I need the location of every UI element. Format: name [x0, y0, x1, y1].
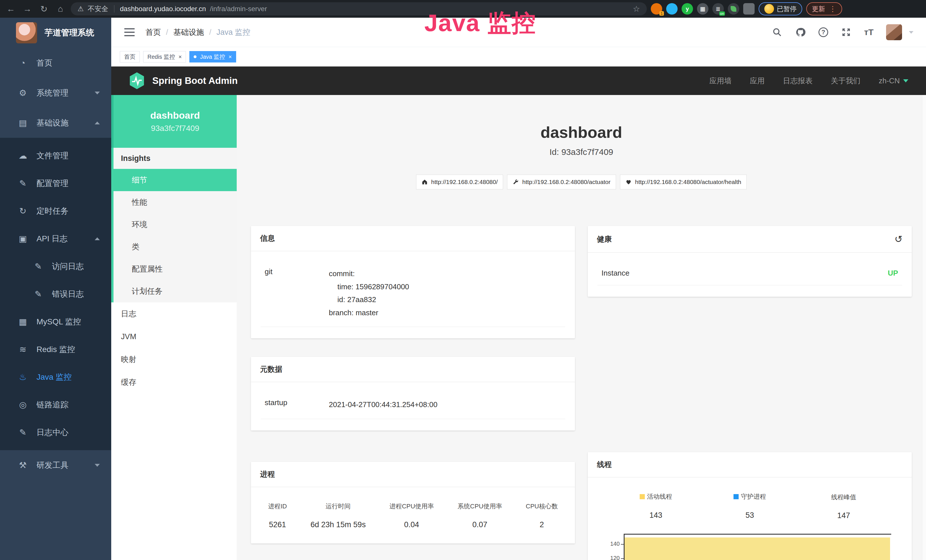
extension-pin-icon[interactable] [666, 3, 678, 15]
extension-on-badge: on [719, 11, 725, 16]
breadcrumb: 首页 / 基础设施 / Java 监控 [145, 27, 250, 37]
metadata-startup-value: 2021-04-27T00:44:31.254+08:00 [329, 398, 561, 412]
sidebar-item-error-log[interactable]: ✎ 错误日志 [0, 280, 111, 308]
health-url-button[interactable]: http://192.168.0.2:48080/actuator/health [620, 175, 747, 189]
avatar-caret-icon[interactable] [909, 31, 914, 34]
search-icon[interactable] [772, 27, 782, 38]
tab-home[interactable]: 首页 [120, 51, 140, 62]
browser-forward-button[interactable]: → [21, 3, 34, 15]
nav-item-caches[interactable]: 缓存 [111, 371, 237, 394]
browser-home-button[interactable]: ⌂ [54, 3, 67, 15]
extension-y-icon[interactable]: y [682, 3, 693, 15]
sidebar-item-access-log[interactable]: ✎ 访问日志 [0, 253, 111, 280]
tab-redis-monitor[interactable]: Redis 监控 [143, 51, 186, 62]
sidebar-item-mysql[interactable]: ▦ MySQL 监控 [0, 308, 111, 336]
close-icon[interactable] [228, 54, 232, 60]
sba-language-select[interactable]: zh-CN [879, 76, 908, 85]
sidebar-item-java-monitor[interactable]: ♨ Java 监控 [0, 363, 111, 391]
health-status-badge: UP [888, 269, 898, 278]
actuator-url-button[interactable]: http://192.168.0.2:48080/actuator [507, 175, 616, 189]
threads-daemon: 守护进程 53 [703, 492, 796, 520]
nav-item-jvm[interactable]: JVM [111, 325, 237, 348]
browser-reload-button[interactable]: ↻ [38, 3, 50, 15]
app-logo-row[interactable]: 芋道管理系统 [0, 18, 111, 48]
breadcrumb-infra[interactable]: 基础设施 [173, 27, 204, 37]
sidebar-item-redis[interactable]: ≋ Redis 监控 [0, 336, 111, 363]
service-url-button[interactable]: http://192.168.0.2:48080/ [416, 175, 503, 189]
sidebar-item-log-center[interactable]: ✎ 日志中心 [0, 419, 111, 446]
sidebar-item-file[interactable]: ☁ 文件管理 [0, 142, 111, 170]
browser-menu-icon[interactable]: ⋮ [829, 5, 837, 14]
sba-header: Spring Boot Admin 应用墙 应用 日志报表 关于我们 zh-CN [111, 67, 926, 95]
nav-item-environment[interactable]: 环境 [113, 213, 237, 236]
extension-switch-icon[interactable]: ≣ on [713, 3, 724, 15]
chevron-down-icon [95, 464, 100, 467]
threads-card-title: 线程 [597, 460, 612, 469]
legend-swatch-daemon [734, 494, 738, 499]
content-scrollbar[interactable] [922, 95, 926, 560]
address-bar[interactable]: ⚠ 不安全 dashboard.yudao.iocoder.cn/infra/a… [71, 2, 647, 15]
schedule-icon: ↻ [18, 206, 28, 216]
sidebar-item-dev-tools[interactable]: ⚒ 研发工具 [0, 450, 111, 480]
update-label: 更新 [812, 5, 825, 14]
instance-id: 93a3fc7f7409 [151, 124, 199, 133]
nav-item-scheduled-tasks[interactable]: 计划任务 [113, 280, 237, 303]
extension-grid-icon[interactable]: ▦ [697, 3, 708, 15]
sba-nav-about[interactable]: 关于我们 [831, 76, 860, 86]
nav-item-config-props[interactable]: 配置属性 [113, 258, 237, 280]
sidebar-item-job[interactable]: ↻ 定时任务 [0, 197, 111, 225]
sidebar-item-config[interactable]: ✎ 配置管理 [0, 170, 111, 197]
instance-header[interactable]: dashboard 93a3fc7f7409 [111, 95, 237, 148]
nav-item-metrics[interactable]: 性能 [113, 191, 237, 213]
sba-brand[interactable]: Spring Boot Admin [129, 72, 238, 89]
url-host: dashboard.yudao.iocoder.cn [120, 5, 206, 13]
browser-back-button[interactable]: ← [5, 3, 17, 15]
security-warning-label[interactable]: 不安全 [88, 4, 108, 14]
active-dot [194, 55, 197, 58]
font-size-icon[interactable]: тT [864, 27, 873, 37]
sba-nav-applications[interactable]: 应用 [750, 76, 764, 86]
bookmark-star-icon[interactable]: ☆ [633, 4, 640, 14]
metadata-card: 元数据 startup 2021-04-27T00:44:31.254+08:0… [251, 357, 575, 430]
sidebar-submenu-infra: ☁ 文件管理 ✎ 配置管理 ↻ 定时任务 ▣ API 日志 ✎ 访问日志 ✎ 错… [0, 138, 111, 450]
sidebar-item-api-log[interactable]: ▣ API 日志 [0, 225, 111, 253]
sidebar-item-home[interactable]: ◔ 首页 [0, 48, 111, 78]
sidebar-item-infra[interactable]: ▤ 基础设施 [0, 108, 111, 138]
monitor-icon: ▤ [18, 118, 28, 128]
java-icon: ♨ [18, 372, 28, 382]
cpu-cores: CPU核心数 2 [526, 502, 558, 529]
process-cpu: 进程CPU使用率 0.04 [389, 502, 434, 529]
nav-item-logs[interactable]: 日志 [111, 303, 237, 325]
threads-area-series [625, 537, 890, 560]
breadcrumb-home[interactable]: 首页 [145, 27, 161, 37]
github-icon[interactable] [795, 27, 806, 38]
extensions-puzzle-icon[interactable] [743, 3, 755, 15]
browser-profile-paused-badge[interactable]: 已暂停 [759, 2, 802, 15]
cards-right-column: 健康 ↺ Instance UP 线程 [588, 226, 912, 560]
dashboard-icon: ◔ [18, 58, 28, 68]
sidebar-item-trace[interactable]: ◎ 链路追踪 [0, 391, 111, 419]
url-path: /infra/admin-server [210, 5, 267, 13]
metadata-startup-label: startup [265, 398, 329, 412]
extension-icon-orange[interactable]: 1 [651, 3, 662, 15]
history-icon[interactable]: ↺ [895, 233, 903, 245]
metadata-startup-row: startup 2021-04-27T00:44:31.254+08:00 [261, 390, 565, 419]
nav-item-mappings[interactable]: 映射 [111, 348, 237, 371]
browser-update-button[interactable]: 更新 ⋮ [806, 2, 842, 15]
tab-java-monitor[interactable]: Java 监控 [189, 51, 236, 62]
nav-item-details[interactable]: 细节 [111, 169, 237, 191]
extension-leaf-icon[interactable] [728, 3, 739, 15]
sba-nav-wallboard[interactable]: 应用墙 [709, 76, 731, 86]
sba-nav-journal[interactable]: 日志报表 [783, 76, 813, 86]
fullscreen-icon[interactable] [841, 27, 852, 38]
sidebar-item-system[interactable]: ⚙ 系统管理 [0, 78, 111, 108]
profile-emoji-avatar [764, 4, 774, 14]
nav-item-classes[interactable]: 类 [113, 236, 237, 258]
close-icon[interactable] [179, 54, 182, 60]
security-warning-icon[interactable]: ⚠ [77, 5, 84, 13]
sidebar-collapse-icon[interactable] [124, 27, 135, 37]
info-git-row: git commit: time: 1596289704000 id: 27aa… [261, 259, 565, 327]
user-avatar[interactable] [886, 24, 902, 40]
insights-section-label: Insights [113, 148, 237, 169]
help-icon[interactable]: ? [819, 27, 828, 37]
